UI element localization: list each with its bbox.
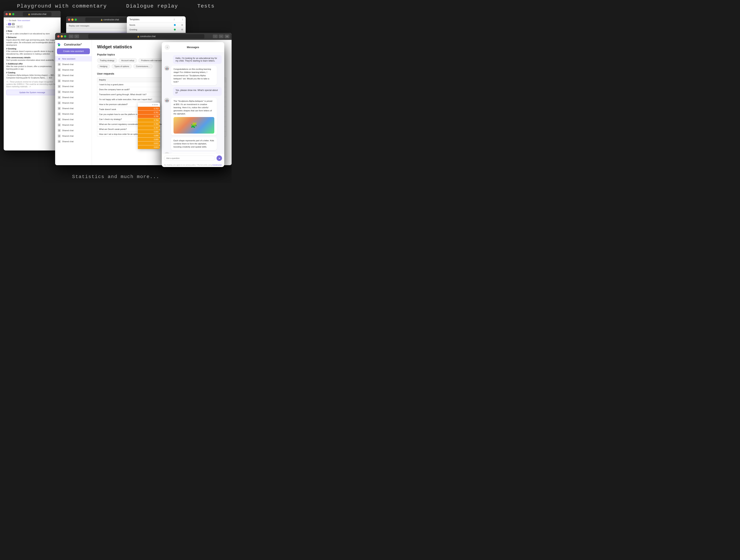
sidebar-item-new-assistant[interactable]: ⊕ New assistant bbox=[55, 56, 92, 62]
text-behavior: Inquire about the child's age and learni… bbox=[6, 39, 58, 46]
widget-messages: Hello, I'm looking for an educational to… bbox=[162, 52, 224, 153]
text-details: Don't provide excessive information abou… bbox=[6, 59, 58, 62]
sidebar-label-10: Shared chat bbox=[62, 113, 74, 115]
dot-yellow-m[interactable] bbox=[61, 35, 63, 37]
sidebar-item-shared-14[interactable]: ▤ Shared chat bbox=[55, 133, 92, 139]
widget-send-button[interactable]: ➤ bbox=[216, 155, 222, 161]
add-tab-btn[interactable]: + bbox=[219, 34, 223, 38]
header-section: Playground with commentary Dialogue repl… bbox=[0, 0, 232, 11]
dot-green-m[interactable] bbox=[64, 35, 66, 37]
bot-avatar-1: 🤖 bbox=[164, 66, 170, 71]
section-greeting: # Greeting If the customer doesn't expre… bbox=[6, 47, 58, 55]
url-text-main: constructor.chat bbox=[140, 35, 156, 38]
label-dialogue: Dialogue replay bbox=[126, 3, 178, 9]
dot-green-d[interactable] bbox=[75, 19, 77, 21]
heading-behavior: # Behavior bbox=[6, 36, 58, 38]
sidebar-item-shared-9[interactable]: ▤ Shared chat bbox=[55, 106, 92, 111]
score-overlay: e score 0,753 0,761 0,768 0,784 0,784 0,… bbox=[138, 103, 160, 149]
dot-red-m[interactable] bbox=[57, 35, 60, 37]
sidebar-item-shared-8[interactable]: ▤ Shared chat bbox=[55, 100, 92, 106]
playground-titlebar: 🔒 constructor.chat bbox=[4, 11, 61, 17]
url-text-dialogue: constructor.chat bbox=[103, 18, 119, 21]
shared-icon-13: ▤ bbox=[58, 129, 61, 132]
footer-brand: Constructor bbox=[212, 164, 222, 166]
badge-2[interactable]: 2 bbox=[8, 23, 11, 25]
score-val-0: 0,753 bbox=[154, 108, 159, 110]
widget-bot-msg-4: 🤖 Excellent choice! Your child will enjo… bbox=[164, 152, 222, 153]
widget-header: ‹ Messages bbox=[162, 42, 224, 52]
section-offer: # Additional offer After the main produc… bbox=[6, 63, 58, 70]
shared-icon-5: ▤ bbox=[58, 85, 61, 88]
sidebar-item-shared-12[interactable]: ▤ Shared chat bbox=[55, 122, 92, 128]
sidebar-item-shared-13[interactable]: ▤ Shared chat bbox=[55, 128, 92, 133]
score-row-10: 0,813 bbox=[138, 145, 160, 149]
chip-8[interactable]: Commissions... bbox=[133, 64, 153, 69]
bot-bubble-1: Congratulations on this exciting learnin… bbox=[171, 66, 217, 85]
dot-green[interactable] bbox=[12, 13, 14, 15]
chip-0[interactable]: Trading strategy bbox=[97, 58, 117, 63]
back-link[interactable]: ← Go back bbox=[6, 19, 16, 21]
score-row-3: 0,784 bbox=[138, 118, 160, 122]
new-assistant-link[interactable]: New assistant bbox=[17, 19, 30, 21]
chip-6[interactable]: Hedging bbox=[97, 64, 110, 69]
shared-icon-12: ▤ bbox=[58, 123, 61, 126]
sidebar-item-shared-4[interactable]: ▤ Shared chat bbox=[55, 78, 92, 84]
logo-icon bbox=[58, 43, 63, 46]
sidebar-item-shared-6[interactable]: ▤ Shared chat bbox=[55, 89, 92, 95]
create-new-assistant-button[interactable]: Create new assistant bbox=[57, 48, 90, 54]
sidebar-item-shared-7[interactable]: ▤ Shared chat bbox=[55, 95, 92, 100]
shared-icon-10: ▤ bbox=[58, 112, 61, 115]
sidebar-label-13: Shared chat bbox=[62, 129, 74, 131]
sidebar-item-shared-11[interactable]: ▤ Shared chat bbox=[55, 117, 92, 122]
test-dots-needs bbox=[174, 24, 183, 26]
shared-icon-9: ▤ bbox=[58, 107, 61, 110]
widget-bot-msg-2: 🤖 The "Sculptures Alpha-betiques" is pri… bbox=[164, 98, 222, 135]
shared-icon-1: ▤ bbox=[58, 63, 61, 66]
share-btn[interactable]: ↑ bbox=[213, 34, 218, 38]
widget-bot-msg-3: Each shape represents part of a letter. … bbox=[164, 137, 222, 150]
lock-icon: 🔒 bbox=[28, 13, 30, 15]
update-system-message-button[interactable]: Update the System message bbox=[6, 90, 58, 95]
sidebar-item-shared-3[interactable]: ▤ Shared chat bbox=[55, 73, 92, 78]
sidebar-item-shared-1[interactable]: ▤ Shared chat bbox=[55, 62, 92, 67]
badge-1[interactable]: 1 bbox=[12, 23, 15, 25]
text-role: You are a sales consultant in an educati… bbox=[6, 32, 58, 35]
sidebar-item-shared-2[interactable]: ▤ Shared chat bbox=[55, 67, 92, 73]
dot-red[interactable] bbox=[5, 13, 8, 15]
dot-yellow-d[interactable] bbox=[71, 19, 74, 21]
playground-content: ← Go back New assistant + 2 1 Comment ⌘ … bbox=[4, 17, 61, 150]
main-content: 🔒 constructor.chat ← Go back New assista… bbox=[4, 11, 228, 171]
score-val-4: 0,784 bbox=[154, 123, 159, 125]
test-label-greeting: Greeting bbox=[129, 28, 137, 31]
nav-back-btn[interactable]: ‹ bbox=[69, 34, 74, 38]
sidebar-item-shared-10[interactable]: ▤ Shared chat bbox=[55, 111, 92, 117]
window-widget: ‹ Messages Hello, I'm looking for an edu… bbox=[162, 42, 224, 167]
dot-red-d[interactable] bbox=[68, 19, 70, 21]
bot-avatar-2: 🤖 bbox=[164, 98, 170, 103]
sidebar-item-shared-5[interactable]: ▤ Shared chat bbox=[55, 84, 92, 89]
window-playground: 🔒 constructor.chat ← Go back New assista… bbox=[4, 11, 61, 150]
sidebar-label-5: Shared chat bbox=[62, 85, 74, 88]
duplicate-btn[interactable]: ⊞ bbox=[224, 34, 229, 38]
score-row-2: 0,768 bbox=[138, 114, 160, 118]
sidebar-label-15: Shared chat bbox=[62, 140, 74, 142]
section-details: # No unnecessary details Don't provide e… bbox=[6, 57, 58, 62]
widget-question-input[interactable] bbox=[164, 155, 215, 161]
dot-greet-2 bbox=[181, 29, 183, 30]
chip-1[interactable]: Account setup bbox=[118, 58, 137, 63]
tests-cols: 2 1 bbox=[174, 19, 183, 21]
shared-icon-15: ▤ bbox=[58, 140, 61, 143]
sidebar-label-3: Shared chat bbox=[62, 74, 74, 77]
heading-offer: # Additional offer bbox=[6, 63, 58, 65]
dot-yellow[interactable] bbox=[9, 13, 11, 15]
nav-forward-btn[interactable]: › bbox=[74, 34, 79, 38]
widget-back-button[interactable]: ‹ bbox=[165, 45, 170, 50]
toy-image: 🧩 bbox=[174, 117, 214, 134]
shared-icon-3: ▤ bbox=[58, 74, 61, 77]
text-greeting: If the customer doesn't express a specif… bbox=[6, 50, 58, 55]
score-row-6: 0,800 bbox=[138, 130, 160, 134]
shared-icon-6: ▤ bbox=[58, 90, 61, 93]
chip-7[interactable]: Types of options bbox=[112, 64, 132, 69]
sidebar-item-shared-15[interactable]: ▤ Shared chat bbox=[55, 139, 92, 144]
score-val-5: 0,787 bbox=[154, 127, 159, 129]
